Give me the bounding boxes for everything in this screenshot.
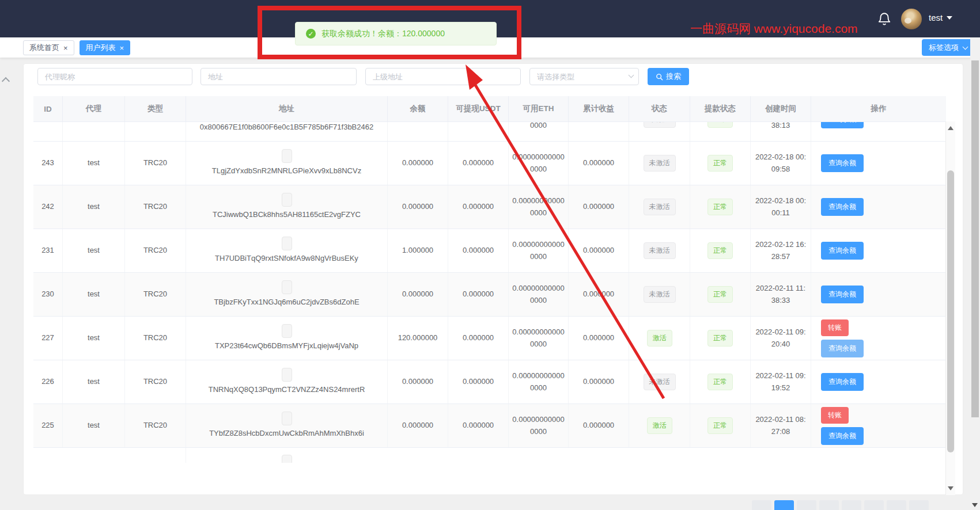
- cell-balance: 0.000000: [388, 404, 448, 447]
- tab-user-list[interactable]: 用户列表×: [80, 40, 131, 55]
- close-icon[interactable]: ×: [63, 44, 68, 52]
- cell-balance: 0.000000: [388, 273, 448, 316]
- cell-status: 未激活: [629, 142, 690, 185]
- cell-type: TRC20: [125, 142, 186, 185]
- table-scrollbar[interactable]: [945, 121, 955, 495]
- cell-usdt: 0.000000: [448, 273, 509, 316]
- cell-eth: 0.000000000000000: [509, 273, 569, 316]
- cell-agent: test: [63, 273, 125, 316]
- cell-balance: 0.000000: [388, 142, 448, 185]
- tab-label: 用户列表: [86, 43, 116, 53]
- page-button[interactable]: [752, 500, 771, 510]
- page-scrollbar[interactable]: [970, 37, 980, 510]
- status-badge: 未激活: [644, 374, 676, 390]
- status-badge: 正常: [707, 199, 733, 215]
- user-menu[interactable]: test: [929, 13, 952, 22]
- cell-id: 243: [33, 142, 63, 185]
- cell-eth: 0.000000000000000: [509, 142, 569, 185]
- cell-actions: 查询余额: [811, 185, 946, 229]
- table-row: 244testERC200x800667E1f0b8600F6e0c1B5F78…: [33, 122, 946, 142]
- query-balance-button[interactable]: 查询余额: [821, 286, 864, 303]
- query-balance-button[interactable]: 查询余额: [821, 242, 864, 260]
- cell-status: 激活: [629, 317, 690, 360]
- column-header: 可提现USDT: [448, 96, 509, 121]
- copy-address-icon[interactable]: [282, 193, 292, 207]
- toast-message: 获取余额成功！余额：120.000000: [321, 29, 445, 39]
- page-button-active[interactable]: [774, 500, 794, 510]
- cell-agent: test: [63, 404, 125, 447]
- page-button[interactable]: [842, 500, 861, 510]
- avatar[interactable]: [901, 9, 922, 29]
- query-balance-button[interactable]: 查询余额: [821, 427, 864, 445]
- collapse-toggle-icon[interactable]: [2, 77, 10, 85]
- cell-balance: 0.000000: [388, 360, 448, 404]
- copy-address-icon[interactable]: [282, 237, 292, 250]
- copy-address-icon[interactable]: [282, 455, 292, 463]
- cell-usdt: 0.000000: [448, 317, 509, 360]
- cell-usdt: 0.000000: [448, 229, 509, 272]
- agent-name-input[interactable]: [37, 68, 192, 85]
- cell-income: 0.000000: [569, 229, 629, 272]
- cell-eth: 0.000000000000000: [509, 317, 569, 360]
- table-scrollbar-thumb[interactable]: [947, 170, 954, 452]
- pagination: [752, 500, 929, 510]
- query-balance-button[interactable]: 查询余额: [821, 198, 864, 216]
- cell-status: 激活: [629, 404, 690, 447]
- copy-address-icon[interactable]: [282, 149, 292, 163]
- address-input[interactable]: [200, 68, 357, 85]
- page-scrollbar-thumb[interactable]: [971, 60, 979, 417]
- column-header: ID: [33, 96, 63, 121]
- column-header: 提款状态: [690, 96, 751, 121]
- cell-id: 244: [33, 122, 63, 141]
- scroll-up-icon[interactable]: [948, 126, 953, 130]
- cell-withdraw: 正常: [690, 317, 751, 360]
- status-badge: 未激活: [644, 286, 676, 303]
- scroll-down-icon[interactable]: [948, 486, 953, 490]
- cell-created: 2022-02-12 16:28:57: [751, 229, 811, 272]
- query-balance-button[interactable]: 查询余额: [821, 122, 864, 128]
- status-badge: 正常: [707, 417, 733, 434]
- cell-created: 2022-02-11 08:27:08: [751, 404, 811, 447]
- address-text: TCJiwwbQ1BCk8hhs5AH81165ctE2vgFZYC: [213, 209, 361, 221]
- copy-address-icon[interactable]: [282, 368, 292, 382]
- tab-home[interactable]: 系统首页×: [23, 40, 74, 55]
- query-balance-button[interactable]: 查询余额: [821, 154, 864, 172]
- address-text: TBjbzFKyTxx1NGJq6m6uC2jdvZBs6dZohE: [214, 296, 359, 309]
- page-button[interactable]: [797, 500, 816, 510]
- parent-address-input[interactable]: [365, 68, 521, 85]
- type-select[interactable]: [529, 68, 639, 85]
- copy-address-icon[interactable]: [282, 324, 292, 338]
- column-header: 类型: [125, 96, 186, 121]
- cell-agent: test: [63, 142, 125, 185]
- cell-actions: 转账查询余额: [811, 317, 946, 360]
- cell-eth: 0.000000000000000: [509, 185, 569, 229]
- close-icon[interactable]: ×: [120, 44, 124, 52]
- cell-created: 2022-02-18 00:00:11: [751, 185, 811, 229]
- page-button[interactable]: [887, 500, 906, 510]
- page-button[interactable]: [864, 500, 884, 510]
- search-button[interactable]: 搜索: [648, 68, 689, 85]
- cell-status: 未激活: [629, 229, 690, 272]
- transfer-button[interactable]: 转账: [821, 319, 849, 336]
- cell-status: 未激活: [629, 360, 690, 404]
- column-header: 创建时间: [751, 96, 811, 121]
- cell-actions: 查询余额: [811, 229, 946, 272]
- page-button[interactable]: [819, 500, 839, 510]
- cell-id: 226: [33, 360, 63, 404]
- chevron-down-icon: [947, 16, 952, 20]
- page-button[interactable]: [909, 500, 929, 510]
- table-row: 230testTRC20TBjbzFKyTxx1NGJq6m6uC2jdvZBs…: [33, 273, 946, 317]
- tag-options-button[interactable]: 标签选项: [922, 39, 974, 56]
- status-badge: 正常: [707, 242, 733, 259]
- scroll-down-icon[interactable]: [972, 503, 978, 507]
- cell-address: [186, 448, 388, 463]
- copy-address-icon[interactable]: [282, 280, 292, 294]
- query-balance-button[interactable]: 查询余额: [821, 373, 864, 391]
- cell-withdraw: 正常: [690, 142, 751, 185]
- cell-usdt: 0.000000: [448, 142, 509, 185]
- cell-id: 225: [33, 404, 63, 447]
- notification-bell-icon[interactable]: [877, 12, 892, 26]
- copy-address-icon[interactable]: [282, 412, 292, 425]
- query-balance-button[interactable]: 查询余额: [821, 340, 864, 357]
- transfer-button[interactable]: 转账: [821, 407, 849, 424]
